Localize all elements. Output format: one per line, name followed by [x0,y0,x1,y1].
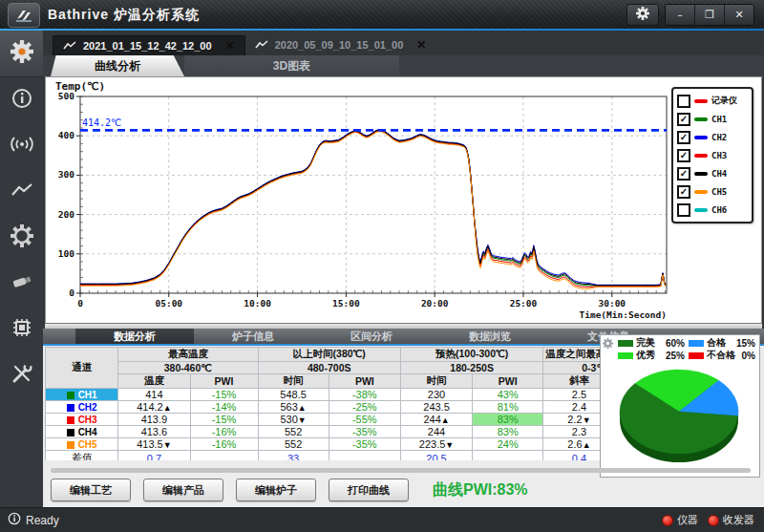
data-cell: 244 [400,426,472,438]
legend-checkbox[interactable]: ✓ [677,131,690,144]
channel-cell[interactable]: CH4 [46,426,118,438]
minimize-button[interactable]: – [666,5,695,25]
sidebar [0,31,44,508]
table-row-差值[interactable]: 差值0.73320.50.4 [46,451,601,461]
view-tab-3d[interactable]: 3D图表 [184,55,399,76]
sidebar-item-curve-analysis[interactable] [0,169,43,215]
footer-button-1[interactable]: 编辑工艺 [51,479,131,501]
sidebar-item-info[interactable] [0,77,43,123]
pie-legend-swatch [689,340,704,347]
file-tab-bar: 2021_01_15_12_42_12_00 ✕ 2020_05_09_10_1… [43,31,764,55]
legend-checkbox[interactable]: ✓ [677,149,690,162]
sidebar-item-usb-device[interactable] [0,261,43,307]
sidebar-item-tools[interactable] [0,352,43,398]
pwi-pie-chart [601,362,757,473]
col-header-channel: 通道 [46,348,118,389]
sidebar-item-settings[interactable] [0,31,43,77]
close-button[interactable]: ✕ [725,5,753,25]
x-axis-title: Time(Min:Second) [579,309,667,320]
pie-settings-icon[interactable] [603,337,616,361]
analysis-tab-1[interactable]: 数据分析 [75,329,194,344]
close-tab-icon[interactable]: ✕ [225,39,235,53]
data-cell: -55% [329,414,400,426]
footer-button-2[interactable]: 编辑产品 [143,479,223,501]
data-cell: 552 [258,438,329,451]
legend-swatch [694,190,708,194]
col-header: PWI [329,374,400,389]
legend-checkbox[interactable]: ✓ [677,167,690,181]
analysis-tab-3[interactable]: 区间分析 [312,329,431,344]
channel-cell[interactable]: CH3 [46,414,118,426]
channel-cell[interactable]: CH2 [46,401,118,414]
data-cell: -14% [190,401,258,414]
device-label: 仪器 [677,513,698,527]
maximize-button[interactable]: ❒ [695,5,725,25]
table-row-CH2[interactable]: CH2414.2▲-14%563▲-25%243.581%2.4 [46,401,601,414]
channel-cell[interactable]: CH1 [46,389,118,401]
analysis-tab-2[interactable]: 炉子信息 [194,329,312,344]
horizontal-scrollbar[interactable] [51,468,751,473]
gear-outline-icon [11,224,33,251]
series-CH4 [80,130,666,286]
col-header: PWI [473,374,543,389]
curve-pwi-value: 曲线PWI:83% [433,480,528,500]
legend-checkbox[interactable] [677,95,690,108]
main-area: 2021_01_15_12_42_12_00 ✕ 2020_05_09_10_1… [43,31,764,508]
data-cell [473,451,543,461]
legend-checkbox[interactable] [677,203,690,217]
titlebar-settings-button[interactable] [626,4,659,26]
table-row-CH5[interactable]: CH5413.5▼-16%552-35%223.5▼24%2.6▲ [46,438,601,451]
curve-file-icon [255,39,269,52]
legend-label: CH1 [711,115,727,124]
table-row-CH1[interactable]: CH1414-15%548.5-38%23043%2.5 [46,389,601,401]
pie-legend-pct: 0% [742,351,757,361]
data-cell: -15% [190,414,258,426]
pie-legend-label: 不合格 [707,349,735,362]
pie-legend-label: 完美 [636,336,655,350]
pie-legend-swatch [618,352,633,359]
file-tab-2[interactable]: 2020_05_09_10_15_01_00 ✕ [245,35,436,54]
col-header: 时间 [258,374,329,389]
device-label: 收发器 [723,513,754,527]
analysis-panel: 数据分析炉子信息区间分析数据浏览文件信息 通道最高温度以上时间(380℃)预热(… [43,329,764,508]
sidebar-item-transmit[interactable] [0,123,43,169]
svg-text:20:00: 20:00 [421,298,449,309]
legend-swatch [694,172,708,176]
table-row-CH3[interactable]: CH3413.9-15%530▼-55%244▲83%2.2▼ [46,414,601,426]
legend-swatch [694,117,708,121]
pie-legend-pct: 15% [736,338,757,349]
col-header: 时间 [400,374,472,389]
legend-swatch [694,208,708,212]
group-range: 480-700S [258,362,400,374]
channel-cell[interactable]: CH5 [46,438,118,451]
pie-legend-item-合格: 合格 15% [689,337,757,349]
status-ready-text: Ready [26,514,59,527]
legend-checkbox[interactable]: ✓ [677,113,690,126]
col-header: 温度 [118,374,190,389]
legend-item-CH2: ✓ CH2 [677,128,748,146]
file-tab-1[interactable]: 2021_01_15_12_42_12_00 ✕ [53,35,245,55]
tools-icon [11,362,33,389]
curve-file-icon [63,40,77,53]
svg-text:05:00: 05:00 [155,298,182,309]
close-tab-icon[interactable]: ✕ [416,38,426,52]
analysis-tab-4[interactable]: 数据浏览 [431,329,549,344]
group-range: 380-460℃ [118,362,258,374]
data-cell: 414 [118,389,190,401]
pie-legend-item-不合格: 不合格 0% [689,350,757,361]
sidebar-item-parameters[interactable] [0,215,43,261]
data-cell: 43% [473,389,543,401]
data-cell: -38% [329,389,400,401]
data-cell: 33 [258,451,329,461]
footer-button-3[interactable]: 编辑炉子 [236,479,316,501]
legend-checkbox[interactable]: ✓ [677,185,690,199]
pie-legend-label: 合格 [707,336,726,350]
view-tab-curve[interactable]: 曲线分析 [51,55,184,76]
diff-row-label: 差值 [46,451,118,461]
footer-button-4[interactable]: 打印曲线 [329,479,409,501]
data-cell: 530▼ [258,414,329,426]
sidebar-item-device-chip[interactable] [0,307,43,352]
view-tab-bar: 曲线分析3D图表 [43,55,764,76]
table-row-CH4[interactable]: CH4413.6-16%552-35%24483%2.3 [46,426,601,438]
data-cell: 2.2▼ [543,414,600,426]
